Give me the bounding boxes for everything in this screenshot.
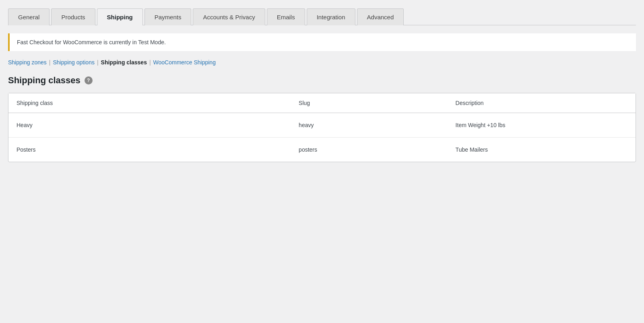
row-1-description: Tube Mailers <box>448 138 636 162</box>
tab-link-payments[interactable]: Payments <box>144 8 192 25</box>
sub-nav-separator: | <box>49 59 51 66</box>
shipping-classes-table-wrapper: Shipping classSlugDescription Heavyheavy… <box>8 93 636 162</box>
notice-text: Fast Checkout for WooCommerce is current… <box>17 39 166 45</box>
notice-banner: Fast Checkout for WooCommerce is current… <box>8 33 636 51</box>
tab-link-emails[interactable]: Emails <box>267 8 305 25</box>
shipping-classes-table: Shipping classSlugDescription Heavyheavy… <box>8 93 636 162</box>
section-title-text: Shipping classes <box>8 75 80 86</box>
tab-payments[interactable]: Payments <box>144 8 193 25</box>
table-row: HeavyheavyItem Weight +10 lbs <box>8 113 636 138</box>
page-wrapper: GeneralProductsShippingPaymentsAccounts … <box>0 0 644 170</box>
tab-link-advanced[interactable]: Advanced <box>357 8 404 25</box>
tab-link-products[interactable]: Products <box>51 8 95 25</box>
sub-nav-separator: | <box>97 59 99 66</box>
tab-general[interactable]: General <box>8 8 51 25</box>
tab-shipping[interactable]: Shipping <box>97 8 144 25</box>
section-heading: Shipping classes ? <box>8 75 636 86</box>
row-1-shipping-class: Posters <box>8 138 291 162</box>
tab-link-accounts-privacy[interactable]: Accounts & Privacy <box>193 8 265 25</box>
tab-link-integration[interactable]: Integration <box>307 8 355 25</box>
table-header-row: Shipping classSlugDescription <box>8 93 636 113</box>
tab-emails[interactable]: Emails <box>267 8 307 25</box>
row-0-shipping-class: Heavy <box>8 113 291 138</box>
nav-tabs: GeneralProductsShippingPaymentsAccounts … <box>8 8 636 25</box>
tab-link-shipping[interactable]: Shipping <box>97 8 143 25</box>
table-header: Shipping classSlugDescription <box>8 93 636 113</box>
tab-integration[interactable]: Integration <box>307 8 357 25</box>
row-0-slug: heavy <box>291 113 448 138</box>
sub-nav-item-woocommerce-shipping[interactable]: WooCommerce Shipping <box>153 59 216 66</box>
sub-nav-separator: | <box>149 59 151 66</box>
content-area: Fast Checkout for WooCommerce is current… <box>8 25 636 170</box>
col-header-slug: Slug <box>291 93 448 113</box>
row-1-slug: posters <box>291 138 448 162</box>
sub-nav-item-shipping-options[interactable]: Shipping options <box>53 59 95 66</box>
row-0-description: Item Weight +10 lbs <box>448 113 636 138</box>
table-row: PosterspostersTube Mailers <box>8 138 636 162</box>
col-header-description: Description <box>448 93 636 113</box>
tab-products[interactable]: Products <box>51 8 97 25</box>
sub-nav-item-shipping-classes: Shipping classes <box>101 59 147 66</box>
tab-accounts-privacy[interactable]: Accounts & Privacy <box>193 8 266 25</box>
col-header-shipping-class: Shipping class <box>8 93 291 113</box>
tab-advanced[interactable]: Advanced <box>357 8 406 25</box>
help-icon[interactable]: ? <box>85 76 93 84</box>
sub-nav: Shipping zones | Shipping options | Ship… <box>8 59 636 66</box>
tab-link-general[interactable]: General <box>8 8 50 25</box>
sub-nav-item-shipping-zones[interactable]: Shipping zones <box>8 59 47 66</box>
table-body: HeavyheavyItem Weight +10 lbsPosterspost… <box>8 113 636 162</box>
